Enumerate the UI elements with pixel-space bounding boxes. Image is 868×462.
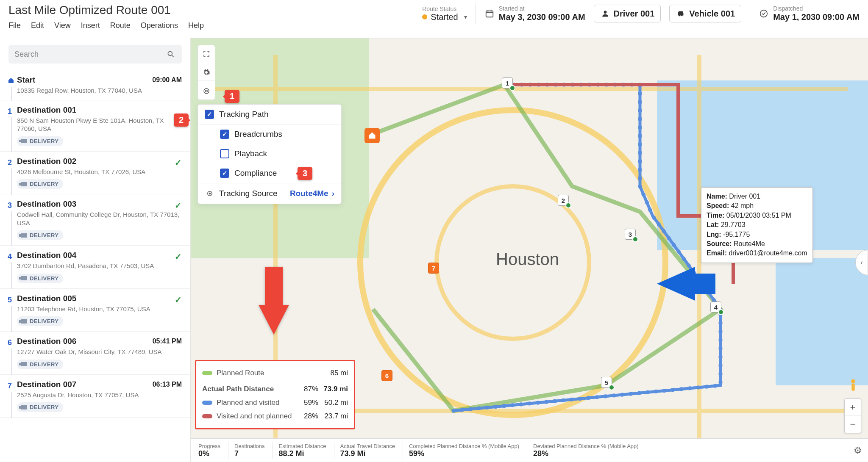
header-separator — [476, 3, 476, 24]
menu-insert[interactable]: Insert — [81, 21, 100, 30]
menu-route[interactable]: Route — [110, 21, 131, 30]
truck-icon — [21, 233, 27, 238]
stop-row[interactable]: 3Destination 003Codwell Hall, Community … — [0, 194, 190, 246]
marker-1[interactable]: 1 — [502, 77, 513, 89]
stop-title: Destination 004 — [17, 251, 182, 260]
stop-number: 6 — [8, 338, 12, 347]
tracking-source-row[interactable]: Tracking Source Route4Me › — [198, 183, 341, 204]
stop-row[interactable]: 4Destination 0043702 Dumbarton Rd, Pasad… — [0, 246, 190, 289]
driver-chip[interactable]: Driver 001 — [594, 5, 661, 22]
menu-edit[interactable]: Edit — [31, 21, 44, 30]
zoom-in-button[interactable]: + — [845, 399, 861, 416]
tt-name-l: Name: — [707, 193, 727, 200]
pegman-icon[interactable] — [846, 378, 860, 395]
tracking-source-label: Tracking Source — [219, 189, 278, 198]
legend-apd-pct: 87% — [297, 385, 318, 393]
sb-dest-l: Destinations — [234, 443, 265, 449]
annotation-2: 2 — [174, 113, 189, 127]
fullscreen-icon[interactable] — [198, 45, 215, 62]
truck-icon — [21, 182, 27, 186]
stop-row[interactable]: 2Destination 0024026 Melbourne St, Houst… — [0, 152, 190, 195]
marker-4[interactable]: 4 — [710, 302, 721, 313]
stop-row[interactable]: 5Destination 00511203 Telephone Rd, Hous… — [0, 289, 190, 332]
search-icon[interactable] — [166, 49, 176, 59]
breadcrumbs-row[interactable]: Breadcrumbs — [198, 124, 341, 144]
stop-address: 3702 Dumbarton Rd, Pasadena, TX 77503, U… — [17, 262, 182, 270]
checkbox-compliance[interactable] — [220, 169, 229, 178]
truck-icon — [21, 362, 27, 366]
checkbox-playback[interactable] — [220, 149, 229, 158]
marker-7[interactable]: 7 — [428, 263, 439, 274]
swatch-visited-icon — [202, 401, 212, 405]
compliance-label: Compliance — [234, 169, 277, 178]
menu-file[interactable]: File — [8, 21, 21, 30]
truck-icon — [21, 139, 27, 143]
marker-home[interactable] — [364, 128, 380, 143]
check-icon: ✓ — [175, 200, 182, 210]
vehicle-chip-label: Vehicle 001 — [689, 9, 735, 19]
map-canvas[interactable]: Houston Tracking Path Breadcrumbs Playba… — [191, 38, 868, 462]
checkbox-breadcrumbs[interactable] — [220, 130, 229, 139]
dispatched-label: Dispatched — [773, 5, 860, 12]
marker-done-icon — [565, 202, 571, 208]
timeline-line — [11, 117, 12, 152]
route-status-label: Route Status — [422, 6, 456, 12]
zoom-out-button[interactable]: − — [845, 416, 861, 433]
playback-row[interactable]: Playback — [198, 144, 341, 163]
search-input[interactable] — [14, 50, 166, 59]
tracking-source-value: Route4Me — [290, 189, 328, 198]
legend-planned-mi: 85 mi — [318, 369, 348, 377]
tt-speed-v: 42 mph — [731, 202, 754, 209]
car-icon — [676, 8, 686, 19]
legend-np-pct: 28% — [297, 412, 318, 421]
gear-icon[interactable] — [198, 64, 215, 81]
header-left: Last Mile Optimized Route 001 File Edit … — [8, 3, 313, 30]
delivery-badge: DELIVERY — [17, 316, 63, 326]
search-input-wrap[interactable] — [8, 45, 182, 64]
stops-list[interactable]: Start10335 Regal Row, Houston, TX 77040,… — [0, 70, 190, 462]
compliance-row[interactable]: Compliance — [198, 163, 341, 183]
swatch-planned-icon — [202, 371, 212, 375]
legend-apd-mi: 73.9 mi — [318, 385, 348, 393]
svg-rect-0 — [486, 11, 493, 17]
stop-row[interactable]: Start10335 Regal Row, Houston, TX 77040,… — [0, 70, 190, 100]
check-icon: ✓ — [175, 252, 182, 262]
stop-row[interactable]: 1Destination 001350 N Sam Houston Pkwy E… — [0, 100, 190, 152]
menu-help[interactable]: Help — [188, 21, 204, 30]
legend-apd-label: Actual Path Distance — [202, 385, 297, 393]
stop-row[interactable]: 6Destination 00612727 Water Oak Dr, Miss… — [0, 332, 190, 375]
menu-view[interactable]: View — [54, 21, 71, 30]
truck-icon — [21, 319, 27, 324]
marker-done-icon — [509, 85, 515, 91]
sb-comp-l: Completed Planned Distance % (Mobile App… — [409, 443, 519, 449]
stop-row[interactable]: 7Destination 0072525 Augusta Dr, Houston… — [0, 375, 190, 418]
vehicle-chip[interactable]: Vehicle 001 — [669, 5, 741, 22]
driver-pointer-icon — [657, 267, 695, 301]
map-controls — [198, 45, 215, 100]
timeline-line — [11, 263, 12, 289]
annotation-1: 1 — [225, 90, 239, 103]
target-icon[interactable] — [198, 83, 215, 100]
status-bar-gear-icon[interactable]: ⚙ — [854, 445, 862, 456]
timeline-line — [11, 169, 12, 195]
chevron-right-icon[interactable]: › — [332, 189, 334, 198]
marker-6[interactable]: 6 — [381, 370, 392, 381]
breadcrumbs-label: Breadcrumbs — [234, 130, 282, 139]
marker-2[interactable]: 2 — [558, 195, 569, 206]
timeline-line — [11, 87, 12, 101]
tt-lat-l: Lat: — [707, 221, 719, 228]
stop-number: 3 — [8, 201, 12, 210]
driver-tooltip: Name: Driver 001 Speed: 42 mph Time: 05/… — [701, 187, 813, 263]
tt-time-l: Time: — [707, 212, 724, 219]
tracking-path-row[interactable]: Tracking Path — [198, 105, 341, 124]
marker-3[interactable]: 3 — [625, 229, 636, 240]
checkbox-tracking-path[interactable] — [205, 110, 214, 119]
chevron-down-icon[interactable]: ▾ — [464, 14, 467, 20]
home-icon — [8, 77, 14, 86]
tt-src-l: Source: — [707, 240, 732, 247]
route-status-block[interactable]: Route Status Started ▾ — [422, 6, 467, 22]
tt-lng-v: -95.1775 — [723, 231, 750, 238]
marker-5[interactable]: 5 — [601, 377, 612, 388]
stop-title: Destination 001 — [17, 105, 182, 115]
menu-operations[interactable]: Operations — [141, 21, 178, 30]
